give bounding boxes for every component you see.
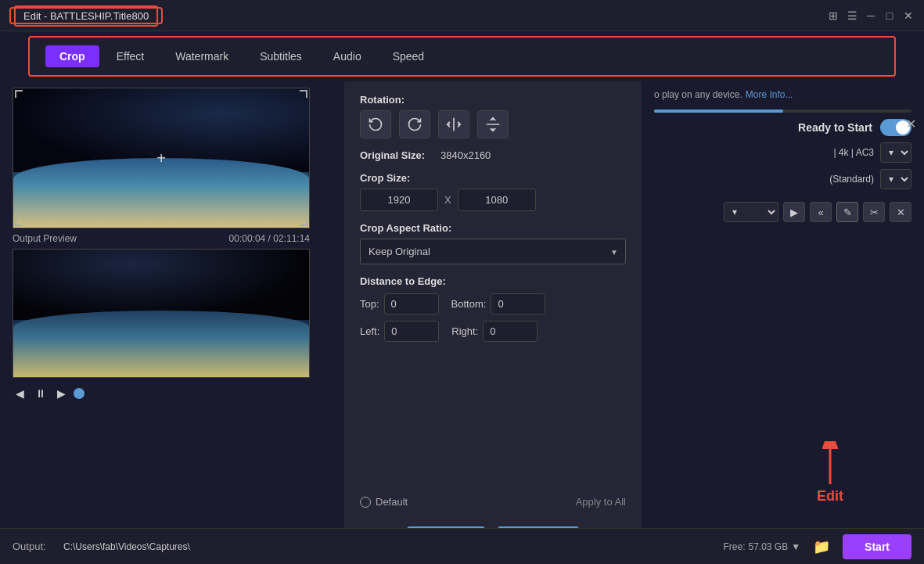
tab-speed[interactable]: Speed — [379, 45, 438, 67]
flip-h-button[interactable] — [438, 110, 469, 138]
left-panel: + Output Preview 00:00:04 / 02:11:14 ◀ ⏸… — [0, 81, 344, 564]
right-label: Right: — [451, 325, 478, 337]
rotation-row — [360, 110, 626, 138]
earth-background-2 — [13, 250, 309, 377]
minimize-button[interactable]: ─ — [865, 9, 877, 22]
top-input[interactable] — [384, 293, 439, 314]
crop-width-input[interactable] — [360, 189, 438, 211]
distance-section: Distance to Edge: Top: Bottom: Left: Rig… — [360, 275, 626, 342]
output-bar: Output: C:\Users\fab\Videos\Captures\ Fr… — [0, 528, 924, 564]
tab-subtitles[interactable]: Subtitles — [246, 45, 316, 67]
crop-size-section: Crop Size: X — [360, 172, 626, 211]
flip-v-button[interactable] — [477, 110, 509, 138]
rewind-btn2[interactable]: « — [810, 202, 832, 222]
edit-label: Edit — [817, 488, 843, 505]
folder-button[interactable]: 📁 — [808, 538, 835, 555]
output-label: Output: — [13, 541, 56, 552]
crop-corner-tr[interactable] — [300, 90, 307, 98]
red-arrow-icon — [814, 441, 846, 488]
preview-label-row: Output Preview 00:00:04 / 02:11:14 — [13, 233, 310, 244]
pause-button[interactable]: ⏸ — [32, 386, 49, 401]
output-free: Free: 57.03 GB ▼ — [723, 541, 800, 552]
delete-btn2[interactable]: ✕ — [890, 202, 911, 222]
crop-aspect-select[interactable]: Keep Original 16:9 4:3 1:1 — [360, 239, 626, 264]
playback-select[interactable]: ▾ — [724, 202, 778, 222]
horizon-bg-2 — [13, 311, 309, 377]
apply-all-button[interactable]: Apply to All — [576, 496, 626, 508]
crop-aspect-label: Crop Aspect Ratio: — [360, 222, 626, 234]
standard-row: (Standard) ▾ — [654, 169, 911, 189]
standard-select[interactable]: ▾ — [880, 169, 911, 189]
horizon-bg — [13, 158, 309, 228]
tab-audio[interactable]: Audio — [319, 45, 376, 67]
crop-settings-panel: Rotation: — [344, 81, 642, 564]
crop-corner-tl[interactable] — [15, 90, 23, 98]
more-info-link[interactable]: More Info... — [746, 89, 793, 100]
rotation-label: Rotation: — [360, 94, 626, 106]
timestamp-label: 00:00:04 / 02:11:14 — [229, 233, 310, 244]
ready-label: Ready to Start — [798, 121, 872, 134]
default-icon — [360, 497, 371, 508]
thumbnail-icon[interactable]: ⊞ — [827, 9, 840, 22]
progress-bar — [654, 110, 911, 113]
next-button[interactable]: ▶ — [54, 386, 69, 401]
format-select[interactable]: ▾ — [880, 142, 911, 163]
distance-label: Distance to Edge: — [360, 275, 626, 287]
close-button[interactable]: ✕ — [902, 9, 915, 22]
original-size-value: 3840x2160 — [440, 149, 491, 161]
ready-row: Ready to Start — [654, 119, 911, 136]
maximize-button[interactable]: □ — [883, 9, 896, 22]
right-input[interactable] — [483, 321, 538, 342]
title-controls: ⊞ ☰ ─ □ ✕ — [827, 9, 915, 22]
top-label: Top: — [360, 298, 379, 310]
left-input[interactable] — [384, 321, 439, 342]
crop-size-row: X — [360, 189, 626, 211]
start-button[interactable]: Start — [843, 534, 911, 559]
playback-row2: ▾ ▶ « ✎ ✂ ✕ — [654, 202, 911, 222]
crop-corner-br[interactable] — [300, 218, 307, 226]
stars-bg-2 — [13, 250, 309, 320]
edit-annotation: Edit — [814, 441, 846, 505]
playback-controls: ◀ ⏸ ▶ — [13, 383, 310, 404]
crosshair-icon: + — [156, 149, 166, 167]
rotate-cw-button[interactable] — [399, 110, 430, 138]
main-layout: + Output Preview 00:00:04 / 02:11:14 ◀ ⏸… — [0, 81, 924, 564]
left-label: Left: — [360, 325, 379, 337]
progress-indicator[interactable] — [74, 388, 84, 399]
title-bar: Edit - BATTLESHIP.Title800 ⊞ ☰ ─ □ ✕ — [0, 0, 924, 31]
panel-close-button[interactable]: ✕ — [906, 117, 916, 131]
free-label: Free: — [723, 541, 745, 552]
original-size-row: Original Size: 3840x2160 — [360, 149, 626, 161]
play-btn2[interactable]: ▶ — [783, 202, 805, 222]
edit-btn2[interactable]: ✎ — [836, 202, 858, 222]
crop-height-input[interactable] — [458, 189, 536, 211]
original-size-label: Original Size: — [360, 149, 434, 161]
default-button[interactable]: Default — [360, 496, 408, 508]
bottom-input[interactable] — [491, 293, 545, 314]
crop-aspect-wrapper: Keep Original 16:9 4:3 1:1 — [360, 239, 626, 264]
prev-button[interactable]: ◀ — [13, 386, 27, 401]
top-video-preview: + — [13, 88, 310, 228]
bottom-actions: Default Apply to All — [360, 488, 626, 508]
rotate-ccw-button[interactable] — [360, 110, 391, 138]
crop-aspect-section: Crop Aspect Ratio: Keep Original 16:9 4:… — [360, 222, 626, 264]
crop-x-separator: X — [444, 194, 451, 206]
crop-size-label: Crop Size: — [360, 172, 626, 184]
tab-bar: Crop Effect Watermark Subtitles Audio Sp… — [28, 36, 896, 77]
crop-corner-bl[interactable] — [15, 218, 23, 226]
cut-btn2[interactable]: ✂ — [863, 202, 885, 222]
tab-effect[interactable]: Effect — [102, 45, 159, 67]
play-info-text: o play on any device. — [654, 89, 742, 100]
output-path: C:\Users\fab\Videos\Captures\ — [63, 541, 715, 552]
chevron-down-icon: ▼ — [791, 541, 800, 552]
bottom-label: Bottom: — [451, 298, 487, 310]
standard-text: (Standard) — [829, 174, 874, 185]
tab-watermark[interactable]: Watermark — [161, 45, 243, 67]
menu-icon[interactable]: ☰ — [846, 9, 858, 22]
format-row: | 4k | AC3 ▾ — [654, 142, 911, 163]
title-area: Edit - BATTLESHIP.Title800 — [9, 7, 163, 24]
window-title: Edit - BATTLESHIP.Title800 — [14, 5, 158, 27]
progress-bar-fill — [654, 110, 783, 113]
tab-crop[interactable]: Crop — [45, 45, 99, 67]
right-panel: o play on any device. More Info... Ready… — [642, 81, 924, 564]
